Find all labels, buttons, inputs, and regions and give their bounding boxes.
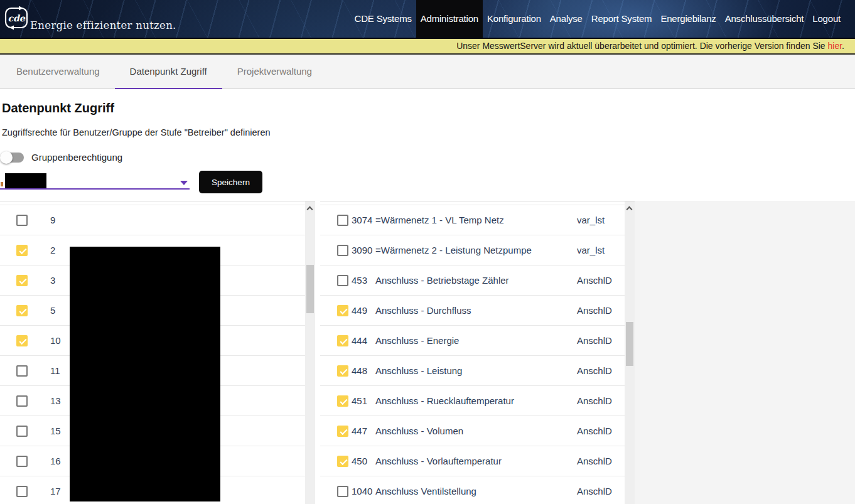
user-list-scrollbar bbox=[305, 201, 315, 504]
tab[interactable]: Projektverwaltung bbox=[222, 55, 327, 89]
user-checkbox[interactable] bbox=[16, 486, 28, 497]
datapoint-id: 447 bbox=[352, 426, 375, 436]
panel-gap bbox=[315, 201, 320, 504]
datapoint-type: AnschlD bbox=[577, 395, 612, 406]
datapoint-list-scrollbar bbox=[625, 201, 635, 504]
datapoint-row: 451 Anschluss - Ruecklauftemperatur Ansc… bbox=[320, 386, 625, 416]
user-checkbox[interactable] bbox=[16, 365, 28, 377]
user-id: 15 bbox=[50, 426, 61, 436]
tab-label: Datenpunkt Zugriff bbox=[130, 66, 207, 77]
nav-item-label: Report System bbox=[591, 13, 652, 24]
scroll-up-icon[interactable] bbox=[307, 206, 313, 213]
datapoint-name: Anschluss - Energie bbox=[375, 335, 459, 346]
user-id: 17 bbox=[50, 486, 61, 496]
datapoint-row: 453 Anschluss - Betriebstage Zähler Ansc… bbox=[320, 265, 625, 296]
tab-label: Projektverwaltung bbox=[237, 66, 312, 77]
datapoint-checkbox[interactable] bbox=[337, 305, 348, 316]
user-names-redaction-box bbox=[70, 247, 220, 501]
nav-item-label: Anschlussübersicht bbox=[725, 13, 804, 24]
nav-item-label: Logout bbox=[812, 13, 841, 24]
datapoint-checkbox[interactable] bbox=[337, 365, 348, 377]
scroll-up-icon[interactable] bbox=[626, 206, 633, 213]
datapoint-type: AnschlD bbox=[577, 486, 612, 496]
datapoint-row: 449 Anschluss - Durchfluss AnschlD bbox=[320, 296, 625, 326]
user-checkbox[interactable] bbox=[16, 275, 28, 286]
datapoint-list-panel: 3074 =Wärmenetz 1 - VL Temp Netz var_lst… bbox=[320, 201, 625, 504]
notice-bar: Unser MesswertServer wird aktuell überar… bbox=[0, 39, 855, 55]
redacted-text-remnant bbox=[1, 182, 3, 186]
nav-item[interactable]: Report System bbox=[587, 0, 657, 38]
user-checkbox[interactable] bbox=[16, 335, 28, 346]
notice-text: Unser MesswertServer wird aktuell überar… bbox=[456, 41, 827, 51]
user-id: 2 bbox=[50, 245, 55, 255]
user-id: 16 bbox=[50, 456, 61, 466]
save-button[interactable]: Speichern bbox=[199, 171, 262, 193]
datapoint-checkbox[interactable] bbox=[337, 245, 348, 256]
datapoint-name: =Wärmenetz 2 - Leistung Netzpumpe bbox=[375, 245, 532, 255]
nav-item[interactable]: Energiebilanz bbox=[656, 0, 720, 38]
datapoint-checkbox[interactable] bbox=[337, 395, 348, 407]
datapoint-id: 448 bbox=[352, 365, 375, 376]
chevron-down-icon[interactable] bbox=[180, 181, 188, 185]
datapoint-name: =Wärmenetz 1 - VL Temp Netz bbox=[375, 215, 504, 225]
nav-item[interactable]: CDE Systems bbox=[350, 0, 416, 38]
datapoint-checkbox[interactable] bbox=[337, 486, 348, 497]
datapoint-name: Anschluss - Ruecklauftemperatur bbox=[375, 395, 514, 406]
datapoint-checkbox[interactable] bbox=[337, 215, 348, 226]
datapoint-name: Anschluss - Betriebstage Zähler bbox=[375, 275, 509, 286]
user-checkbox[interactable] bbox=[16, 395, 28, 407]
tab[interactable]: Benutzerverwaltung bbox=[1, 55, 115, 89]
user-id: 5 bbox=[50, 305, 55, 316]
admin-tabbar: BenutzerverwaltungDatenpunkt ZugriffProj… bbox=[0, 55, 855, 89]
datapoint-type: AnschlD bbox=[577, 426, 612, 436]
datapoint-name: Anschluss - Vorlauftemperatur bbox=[375, 456, 502, 466]
scrollbar-thumb[interactable] bbox=[306, 265, 314, 313]
datapoint-type: AnschlD bbox=[577, 305, 612, 316]
tab[interactable]: Datenpunkt Zugriff bbox=[115, 55, 222, 89]
user-checkbox[interactable] bbox=[16, 305, 28, 316]
datapoint-id: 449 bbox=[352, 305, 375, 316]
user-id: 10 bbox=[50, 335, 61, 346]
page-subtitle: Zugriffsrechte für Benutzer/Gruppe der S… bbox=[2, 127, 271, 137]
nav-item[interactable]: Konfiguration bbox=[483, 0, 546, 38]
group-permission-row: Gruppenberechtigung bbox=[1, 151, 122, 163]
datapoint-type: AnschlD bbox=[577, 365, 612, 376]
datapoint-row: 3074 =Wärmenetz 1 - VL Temp Netz var_lst bbox=[320, 205, 625, 235]
datapoint-name: Anschluss - Leistung bbox=[375, 365, 462, 376]
datapoint-id: 453 bbox=[352, 275, 375, 286]
notice-link[interactable]: hier bbox=[828, 41, 842, 51]
datapoint-type: AnschlD bbox=[577, 456, 612, 466]
page-title: Datenpunkt Zugriff bbox=[2, 101, 114, 115]
datapoint-id: 3090 bbox=[352, 245, 375, 255]
datapoint-checkbox[interactable] bbox=[337, 335, 348, 346]
user-id: 9 bbox=[50, 215, 55, 225]
notice-suffix: . bbox=[842, 41, 844, 51]
user-checkbox[interactable] bbox=[16, 245, 28, 256]
user-checkbox[interactable] bbox=[16, 426, 28, 437]
datapoint-checkbox[interactable] bbox=[337, 456, 348, 467]
datapoint-name: Anschluss - Volumen bbox=[375, 426, 463, 436]
datapoint-row: 447 Anschluss - Volumen AnschlD bbox=[320, 416, 625, 446]
nav-item[interactable]: Analyse bbox=[546, 0, 587, 38]
nav-item[interactable]: Logout bbox=[808, 0, 845, 38]
datapoint-id: 1040 bbox=[352, 486, 375, 496]
user-select-underline[interactable] bbox=[0, 188, 190, 190]
datapoint-id: 451 bbox=[352, 395, 375, 406]
nav-item-label: Energiebilanz bbox=[660, 13, 716, 24]
group-permission-toggle[interactable] bbox=[1, 153, 24, 163]
datapoint-checkbox[interactable] bbox=[337, 275, 348, 286]
scrollbar-thumb[interactable] bbox=[626, 322, 633, 366]
user-row: 9 bbox=[0, 205, 305, 235]
datapoint-id: 444 bbox=[352, 335, 375, 346]
user-select-redaction-box bbox=[5, 173, 46, 190]
datapoint-row: 444 Anschluss - Energie AnschlD bbox=[320, 326, 625, 356]
brand-tagline: Energie effizienter nutzen. bbox=[30, 19, 176, 31]
nav-item[interactable]: Anschlussübersicht bbox=[721, 0, 809, 38]
cde-logo[interactable]: cde bbox=[4, 6, 28, 30]
user-checkbox[interactable] bbox=[16, 456, 28, 467]
user-checkbox[interactable] bbox=[16, 215, 28, 226]
datapoint-checkbox[interactable] bbox=[337, 426, 348, 437]
nav-item-label: Konfiguration bbox=[487, 13, 541, 24]
nav-item[interactable]: Administration bbox=[416, 0, 483, 38]
cde-logo-icon: cde bbox=[4, 6, 28, 30]
